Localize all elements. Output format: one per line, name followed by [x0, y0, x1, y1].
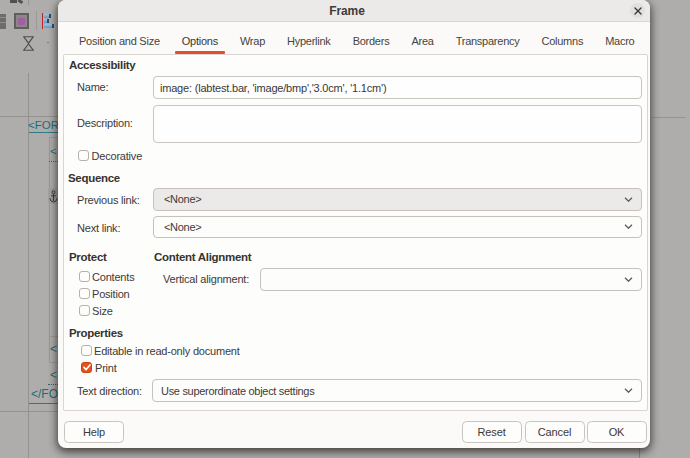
tab-options[interactable]: Options: [171, 27, 229, 54]
toolbar-icon-clipped[interactable]: [0, 14, 6, 30]
protect-position-label[interactable]: Position: [92, 288, 130, 300]
hourglass-cursor-icon: [23, 36, 34, 51]
tab-borders[interactable]: Borders: [342, 27, 401, 54]
insert-frame-icon[interactable]: [14, 13, 29, 29]
doc-cell-border-3: [49, 362, 59, 363]
name-input[interactable]: image: (labtest.bar, 'image/bmp','3.0cm'…: [153, 76, 642, 99]
editable-checkbox[interactable]: [81, 345, 92, 356]
checkmark-icon: [83, 364, 91, 371]
close-button[interactable]: [630, 3, 645, 18]
properties-header: Properties: [69, 327, 123, 339]
previous-link-label: Previous link:: [77, 194, 140, 206]
doc-border-top: [0, 116, 58, 117]
reset-button[interactable]: Reset: [462, 421, 522, 443]
chevron-down-icon: [624, 388, 633, 393]
tab-transparency[interactable]: Transparency: [445, 27, 531, 54]
doc-border-bottom-right: [639, 448, 640, 458]
toolbar-separator: [28, 0, 29, 5]
text-direction-value: Use superordinate object settings: [161, 385, 314, 397]
ok-button[interactable]: OK: [587, 421, 647, 443]
tab-area[interactable]: Area: [400, 27, 444, 54]
frame-dialog: Frame Position and Size Options Wrap Hyp…: [58, 0, 650, 448]
print-checkbox[interactable]: [81, 362, 92, 373]
ruler-dot: [47, 42, 49, 44]
next-link-label: Next link:: [77, 222, 120, 234]
doc-inner-border-vertical: [49, 137, 50, 362]
tab-columns[interactable]: Columns: [531, 27, 595, 54]
insert-chart-icon[interactable]: [42, 13, 55, 29]
doc-form-open-underline: [29, 132, 59, 133]
doc-field-dots-1: [49, 161, 59, 162]
doc-form-close-tag: </FO: [31, 388, 58, 400]
previous-link-select[interactable]: <None>: [153, 188, 642, 211]
description-input[interactable]: [153, 105, 642, 143]
doc-form-open-tag: <FOR: [28, 120, 59, 132]
protect-contents-checkbox[interactable]: [79, 271, 90, 282]
doc-border-bottom: [0, 411, 58, 412]
help-button[interactable]: Help: [64, 421, 124, 443]
next-link-value: <None>: [164, 221, 201, 233]
vertical-alignment-select[interactable]: [260, 268, 642, 291]
protect-size-label[interactable]: Size: [92, 305, 113, 317]
toolbar-separator-2: [36, 11, 37, 30]
protect-size-checkbox[interactable]: [79, 305, 90, 316]
chevron-down-icon: [624, 277, 633, 282]
vertical-alignment-label: Vertical alignment:: [163, 273, 249, 285]
chevron-down-icon: [624, 224, 633, 229]
protect-header: Protect: [69, 251, 107, 263]
doc-form-close-underline: [29, 403, 59, 404]
close-icon: [634, 7, 642, 15]
tab-position-and-size[interactable]: Position and Size: [68, 27, 171, 54]
chevron-down-icon: [624, 197, 633, 202]
dialog-titlebar[interactable]: Frame: [58, 0, 650, 22]
sequence-header: Sequence: [68, 172, 120, 184]
description-label: Description:: [77, 117, 133, 129]
decorative-checkbox[interactable]: [78, 150, 89, 161]
tab-macro[interactable]: Macro: [594, 27, 645, 54]
decorative-label[interactable]: Decorative: [92, 150, 143, 162]
content-alignment-header: Content Alignment: [154, 251, 251, 263]
doc-field-dots-2: [48, 384, 58, 385]
print-label[interactable]: Print: [95, 362, 117, 374]
doc-field-marker-3: <: [50, 369, 57, 381]
next-link-select[interactable]: <None>: [153, 216, 642, 239]
name-label: Name:: [77, 81, 108, 93]
doc-cell-border-1: [49, 137, 59, 138]
toolbar-partial-icon: [10, 0, 17, 3]
text-direction-label: Text direction:: [77, 385, 142, 397]
dialog-title: Frame: [329, 4, 379, 18]
previous-link-value: <None>: [164, 193, 201, 205]
tab-wrap[interactable]: Wrap: [229, 27, 276, 54]
tab-hyperlink[interactable]: Hyperlink: [276, 27, 342, 54]
protect-position-checkbox[interactable]: [79, 288, 90, 299]
anchor-icon: [49, 190, 58, 203]
doc-border-top-right: [652, 117, 686, 118]
doc-cell-border-2: [49, 336, 59, 337]
tab-bar: Position and Size Options Wrap Hyperlink…: [58, 22, 650, 54]
doc-field-marker-1: <: [50, 146, 57, 158]
editable-label[interactable]: Editable in read-only document: [94, 345, 240, 357]
protect-contents-label[interactable]: Contents: [92, 271, 134, 283]
text-direction-select[interactable]: Use superordinate object settings: [152, 379, 642, 402]
accessibility-header: Accessibility: [69, 59, 135, 71]
doc-field-marker-2: <: [50, 343, 57, 355]
toolbar-partial-icon-handle: [17, 0, 23, 4]
cancel-button[interactable]: Cancel: [525, 421, 585, 443]
